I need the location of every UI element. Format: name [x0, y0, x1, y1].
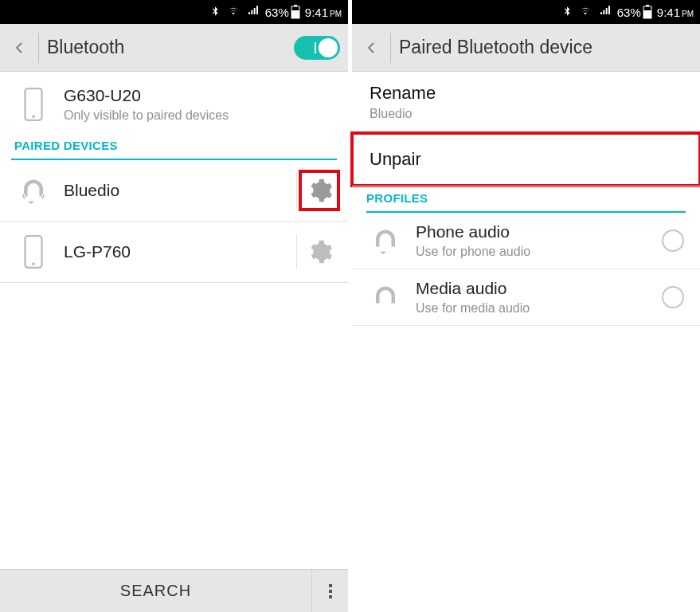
divider	[38, 33, 39, 63]
signal-status-icon	[246, 5, 260, 20]
battery-pct: 63%	[265, 6, 289, 19]
section-header-profiles: PROFILES	[352, 186, 700, 211]
screen-bluetooth: 63% 9:41PM Bluetooth G630-U20 Only visib…	[0, 0, 348, 612]
headphones-icon	[370, 283, 401, 312]
app-header: Paired Bluetooth device	[352, 24, 700, 72]
headset-icon	[370, 226, 401, 255]
divider	[296, 234, 297, 269]
own-device-visibility: Only visible to paired devices	[64, 108, 229, 123]
app-header: Bluetooth	[0, 24, 348, 72]
device-settings-button[interactable]	[300, 233, 338, 271]
clock-ampm: PM	[682, 10, 694, 18]
device-settings-button[interactable]	[300, 171, 338, 210]
page-title: Bluetooth	[47, 37, 286, 58]
svg-rect-2	[291, 10, 299, 18]
profile-row-media-audio[interactable]: Media audio Use for media audio	[352, 269, 700, 326]
device-name: LG-P760	[49, 242, 293, 261]
wifi-status-icon	[225, 5, 241, 20]
rename-value: Bluedio	[370, 107, 682, 121]
wifi-status-icon	[577, 5, 593, 20]
screen-paired-device: 63% 9:41PM Paired Bluetooth device Renam…	[352, 0, 700, 612]
section-header-paired: PAIRED DEVICES	[0, 134, 348, 159]
clock-ampm: PM	[330, 10, 342, 18]
headphones-icon	[18, 176, 49, 205]
clock-time: 9:41	[657, 6, 680, 19]
back-button[interactable]	[360, 37, 382, 59]
clock: 9:41PM	[657, 6, 694, 19]
profile-checkbox[interactable]	[662, 286, 684, 308]
profile-subtitle: Use for media audio	[416, 301, 662, 316]
profile-checkbox[interactable]	[662, 230, 684, 252]
unpair-label: Unpair	[370, 149, 682, 170]
bluetooth-status-icon	[209, 5, 221, 20]
overflow-menu-button[interactable]	[311, 570, 348, 612]
profile-row-phone-audio[interactable]: Phone audio Use for phone audio	[352, 213, 700, 269]
profile-title: Phone audio	[416, 222, 662, 241]
phone-icon	[18, 235, 49, 269]
battery-status: 63%	[265, 5, 300, 19]
bottom-bar: SEARCH	[0, 569, 348, 612]
status-bar: 63% 9:41PM	[352, 0, 700, 24]
own-device-row[interactable]: G630-U20 Only visible to paired devices	[0, 72, 348, 134]
signal-status-icon	[598, 5, 612, 20]
svg-rect-9	[643, 10, 651, 18]
profile-title: Media audio	[416, 279, 662, 298]
phone-icon	[18, 88, 49, 121]
divider	[296, 173, 297, 208]
bluetooth-status-icon	[561, 5, 573, 20]
search-button[interactable]: SEARCH	[0, 582, 311, 600]
page-title: Paired Bluetooth device	[399, 37, 692, 58]
clock: 9:41PM	[305, 6, 342, 19]
bluetooth-toggle[interactable]	[294, 36, 340, 60]
battery-pct: 63%	[617, 6, 641, 19]
paired-device-row[interactable]: Bluedio	[0, 160, 348, 222]
paired-device-row[interactable]: LG-P760	[0, 222, 348, 283]
own-device-text: G630-U20 Only visible to paired devices	[64, 86, 229, 123]
battery-status: 63%	[617, 5, 652, 19]
svg-rect-8	[646, 5, 649, 6]
svg-point-6	[32, 262, 35, 265]
own-device-name: G630-U20	[64, 86, 229, 105]
divider	[390, 33, 391, 63]
svg-rect-1	[294, 5, 297, 6]
profile-subtitle: Use for phone audio	[416, 245, 662, 259]
clock-time: 9:41	[305, 6, 328, 19]
unpair-row[interactable]: Unpair	[352, 133, 700, 186]
svg-point-4	[32, 115, 35, 118]
status-bar: 63% 9:41PM	[0, 0, 348, 24]
rename-label: Rename	[370, 83, 682, 104]
back-button[interactable]	[8, 37, 30, 59]
rename-row[interactable]: Rename Bluedio	[352, 72, 700, 132]
device-name: Bluedio	[49, 181, 293, 200]
